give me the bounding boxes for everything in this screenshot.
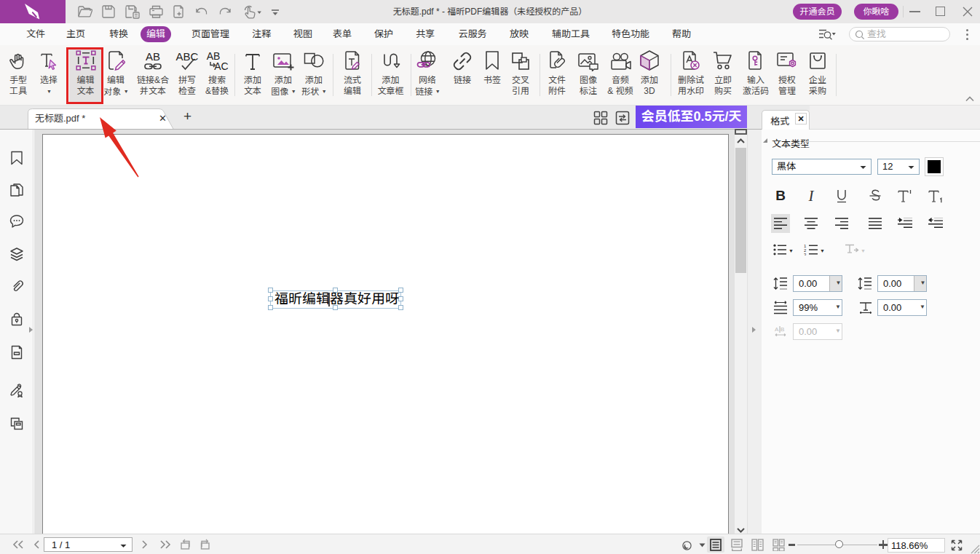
svg-text:A: A (775, 326, 779, 333)
svg-text:AC: AC (214, 60, 228, 71)
svg-text:B: B (781, 326, 784, 333)
svg-text:3: 3 (804, 253, 807, 256)
svg-text:ABC: ABC (176, 51, 199, 63)
svg-text:AB: AB (146, 51, 160, 63)
